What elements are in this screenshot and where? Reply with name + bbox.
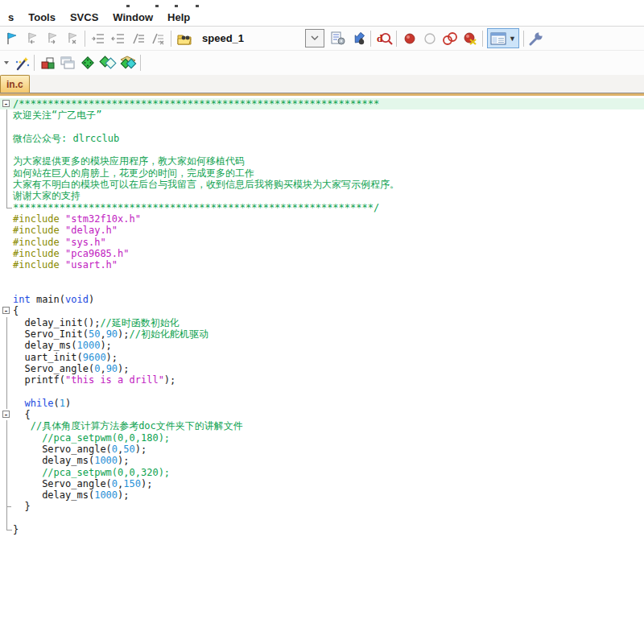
bookmark-toggle-icon[interactable] [2,29,22,47]
code-line[interactable]: #include "delay.h" [0,225,644,236]
code-line[interactable] [0,122,644,133]
code-line-text: #include "delay.h" [13,225,118,236]
fold-line [6,167,7,179]
code-line[interactable] [0,513,644,524]
svg-text:d: d [377,32,383,44]
serial-window-icon[interactable] [97,54,118,72]
code-line-text: 大家有不明白的模块也可以在后台与我留言，收到信息后我将购买模块为大家写示例程序。 [13,179,399,190]
code-line-text: Servo_Init(50,90);//初始化舵机驱动 [13,328,208,340]
menu-item-help[interactable]: Help [160,10,197,25]
code-line[interactable]: Servo_Init(50,90);//初始化舵机驱动 [0,328,644,340]
menu-item-s[interactable]: s [1,10,21,25]
code-line[interactable]: } [0,501,644,512]
fold-line [6,317,7,328]
code-line[interactable]: -{ [0,409,644,420]
code-line[interactable]: Servo_angle(0,150); [0,478,644,489]
code-line[interactable]: delay_init();//延时函数初始化 [0,317,644,328]
fold-toggle-icon[interactable]: - [2,307,10,314]
breakpoint-disable-all-icon[interactable] [440,29,460,47]
code-line[interactable]: -/**************************************… [0,98,644,109]
code-line[interactable]: #include "usart.h" [0,259,644,270]
code-line-text: { [13,409,31,420]
code-line-text: delay_ms(1000); [13,489,130,501]
code-line-text: printf("this is a drill"); [13,374,175,386]
toolbar-separator [396,31,397,47]
target-select-dropdown[interactable] [305,29,324,47]
configuration-wrench-icon[interactable] [526,29,547,47]
fold-line [6,202,12,208]
code-line[interactable]: Servo_angle(0,50); [0,444,644,455]
blocks-icon[interactable] [37,54,57,72]
code-line[interactable]: ****************************************… [0,202,644,213]
code-line-text: Servo_angle(0,90); [13,363,130,374]
wizard-wand-icon[interactable] [11,54,31,72]
fold-line [6,179,7,190]
code-line[interactable]: //pca_setpwm(0,0,180); [0,432,644,444]
code-line[interactable] [0,144,644,155]
code-line[interactable]: delay_ms(1000); [0,340,644,351]
comment-selection-icon[interactable] [128,29,148,47]
breakpoint-disable-icon[interactable] [419,29,440,47]
code-line[interactable]: delay_ms(1000); [0,455,644,466]
chevron-down-icon: ▼ [509,35,516,43]
code-line-text: delay_ms(1000); [13,340,112,351]
load-target-icon[interactable] [174,29,194,47]
code-line[interactable]: 为大家提供更多的模块应用程序，教大家如何移植代码 [0,155,644,167]
start-debug-session-icon[interactable]: d [374,29,394,47]
code-editor[interactable]: -/**************************************… [0,96,644,642]
memory-window-icon[interactable] [77,54,97,72]
breakpoint-toggle-icon[interactable] [399,29,419,47]
menu-item-window[interactable]: Window [105,10,160,25]
code-line-text: delay_init();//延时函数初始化 [13,317,180,328]
cascade-windows-icon[interactable] [57,54,77,72]
code-line-text: } [13,524,19,535]
code-line[interactable]: 微信公众号: dlrcclub [0,133,644,144]
download-debug-icon[interactable] [348,29,368,47]
tab-label: in.c [6,79,23,90]
code-line-text: //具体角度计算方法参考doc文件夹下的讲解文件 [13,420,243,431]
code-line[interactable]: 欢迎关注“广乙电子” [0,109,644,121]
code-line[interactable]: -{ [0,305,644,316]
analysis-window-icon[interactable] [118,54,138,72]
bookmark-clear-icon[interactable] [62,29,82,47]
code-line[interactable]: 谢谢大家的支持 [0,190,644,201]
code-line[interactable] [0,270,644,282]
indent-icon[interactable] [88,29,108,47]
fold-line [6,122,7,133]
bookmark-next-icon[interactable] [42,29,62,47]
code-line[interactable]: //pca_setpwm(0,0,320); [0,467,644,478]
code-line[interactable]: int main(void) [0,294,644,305]
code-line[interactable] [0,283,644,294]
code-line[interactable] [0,386,644,397]
code-line[interactable]: #include "sys.h" [0,237,644,248]
fold-line [6,363,7,374]
code-line[interactable]: uart_init(9600); [0,352,644,363]
code-line[interactable]: while(1) [0,398,644,409]
code-line[interactable]: } [0,524,644,535]
uncomment-selection-icon[interactable] [148,29,168,47]
window-layout-icon[interactable]: ▼ [487,28,519,48]
code-line[interactable]: #include "stm32f10x.h" [0,213,644,225]
options-for-target-icon[interactable] [328,29,348,47]
fold-toggle-icon[interactable]: - [2,411,10,418]
code-line[interactable]: delay_ms(1000); [0,489,644,501]
unindent-icon[interactable] [108,29,128,47]
code-line[interactable]: //具体角度计算方法参考doc文件夹下的讲解文件 [0,420,644,431]
target-select-value[interactable]: speed_1 [202,32,305,44]
code-line[interactable]: Servo_angle(0,90); [0,363,644,374]
bookmark-prev-icon[interactable] [22,29,42,47]
code-line[interactable]: 大家有不明白的模块也可以在后台与我留言，收到信息后我将购买模块为大家写示例程序。 [0,179,644,190]
menu-bar: sToolsSVCSWindowHelp [0,8,644,27]
fold-toggle-icon[interactable]: - [2,100,10,107]
code-line-text: } [13,501,31,512]
toolbar-separator [482,31,483,47]
code-line[interactable]: 如何站在巨人的肩膀上，花更少的时间，完成更多的工作 [0,167,644,179]
menu-item-tools[interactable]: Tools [21,10,63,25]
breakpoint-kill-all-icon[interactable] [460,29,480,47]
menu-item-svcs[interactable]: SVCS [63,10,105,25]
code-line-text: #include "usart.h" [13,259,118,270]
code-line[interactable]: #include "pca9685.h" [0,248,644,259]
tab-main-c[interactable]: in.c [0,75,30,93]
toolbar-overflow-caret-icon[interactable] [2,54,11,72]
code-line[interactable]: printf("this is a drill"); [0,374,644,386]
